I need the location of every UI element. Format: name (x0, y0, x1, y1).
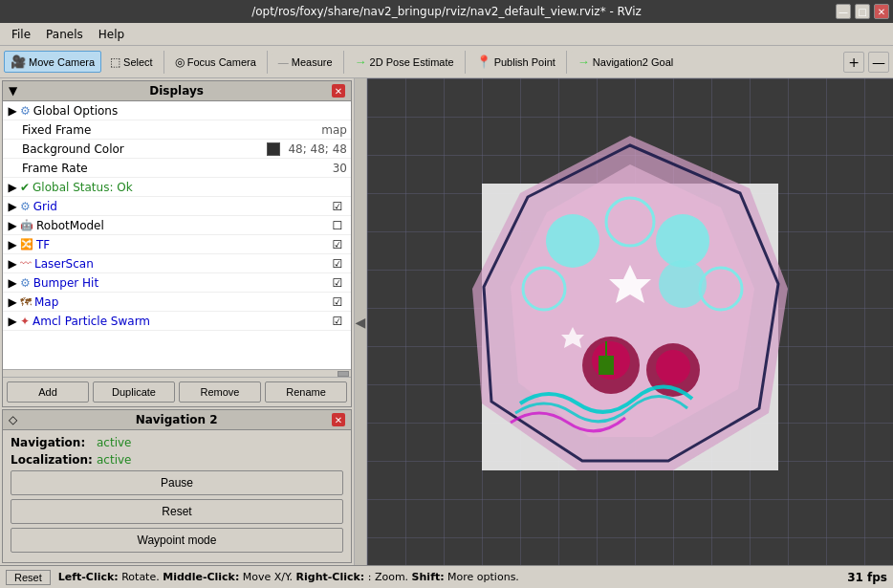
window-controls: — □ ✕ (836, 4, 889, 19)
move-camera-button[interactable]: 🎥 Move Camera (4, 51, 101, 73)
grid-row[interactable]: ▶ ⚙ Grid ☑ (3, 197, 351, 216)
fixed-frame-label: Fixed Frame (22, 123, 317, 137)
panel-expand-icon: ▼ (9, 84, 17, 98)
menu-file[interactable]: File (4, 26, 38, 43)
tf-expand[interactable]: ▶ (7, 238, 18, 251)
global-status-expand[interactable]: ▶ (7, 181, 18, 194)
status-left-click: Left-Click: Rotate. Middle-Click: Move X… (58, 571, 519, 583)
select-icon: ⬚ (110, 55, 120, 69)
pose-estimate-button[interactable]: → 2D Pose Estimate (348, 51, 461, 73)
bumper-hit-row[interactable]: ▶ ⚙ Bumper Hit ☑ (3, 273, 351, 293)
grid-checkbox[interactable]: ☑ (328, 200, 347, 213)
pause-button[interactable]: Pause (11, 470, 343, 495)
map-expand[interactable]: ▶ (7, 295, 18, 309)
global-status-icon: ✔ (20, 181, 30, 194)
background-color-row[interactable]: Background Color 48; 48; 48 (3, 140, 351, 159)
robot-model-icon: 🤖 (20, 219, 33, 231)
left-click-label: Left-Click: (58, 571, 119, 583)
toolbar-sep-1 (163, 51, 164, 74)
displays-panel-buttons: Add Duplicate Remove Rename (3, 377, 351, 406)
middle-click-label: Middle-Click: (163, 571, 239, 583)
amcl-expand[interactable]: ▶ (7, 315, 18, 328)
menu-panels[interactable]: Panels (38, 26, 91, 43)
close-button[interactable]: ✕ (874, 4, 889, 19)
amcl-row[interactable]: ▶ ✦ Amcl Particle Swarm ☑ (3, 312, 351, 331)
select-button[interactable]: ⬚ Select (103, 52, 160, 73)
displays-close-button[interactable]: ✕ (332, 84, 345, 98)
reset-nav-button[interactable]: Reset (11, 499, 343, 524)
global-status-row[interactable]: ▶ ✔ Global Status: Ok (3, 178, 351, 197)
robot-model-label: RobotModel (36, 219, 328, 232)
measure-label: Measure (292, 56, 333, 68)
select-label: Select (123, 56, 153, 68)
amcl-checkbox[interactable]: ☑ (328, 315, 347, 328)
add-button[interactable]: Add (7, 381, 89, 403)
global-options-expand[interactable]: ▶ (7, 104, 18, 118)
bumper-hit-checkbox[interactable]: ☑ (328, 276, 347, 290)
bumper-hit-expand[interactable]: ▶ (7, 276, 18, 290)
remove-button[interactable]: Remove (179, 381, 261, 403)
nav2-goal-label: Navigation2 Goal (593, 56, 673, 68)
displays-panel: ▼ Displays ✕ ▶ ⚙ Global Options Fixed Fr… (2, 80, 352, 407)
svg-point-4 (546, 214, 599, 268)
robot-model-checkbox[interactable]: ☐ (328, 219, 347, 232)
nav2-goal-icon: → (577, 54, 590, 69)
toolbar-sep-5 (566, 51, 567, 74)
navigation-value: active (97, 436, 131, 449)
reset-button[interactable]: Reset (6, 570, 51, 585)
pose-estimate-label: 2D Pose Estimate (370, 56, 454, 68)
publish-point-button[interactable]: 📍 Publish Point (469, 51, 562, 73)
waypoint-mode-button[interactable]: Waypoint mode (11, 528, 343, 553)
focus-camera-label: Focus Camera (187, 56, 256, 68)
collapse-panel-button[interactable]: ◀ (354, 78, 367, 565)
map-checkbox[interactable]: ☑ (328, 295, 347, 309)
laser-scan-checkbox[interactable]: ☑ (328, 257, 347, 271)
map-visualization (425, 117, 836, 528)
tf-row[interactable]: ▶ 🔀 TF ☑ (3, 235, 351, 254)
frame-rate-label: Frame Rate (22, 162, 329, 175)
laser-scan-icon: 〰 (20, 257, 32, 271)
add-display-button[interactable]: + (843, 52, 864, 73)
nav2-goal-button[interactable]: → Navigation2 Goal (571, 51, 680, 73)
right-click-label: Right-Click: (296, 571, 365, 583)
status-more: More options. (447, 571, 519, 583)
background-color-value: 48; 48; 48 (288, 142, 347, 156)
minimize-button[interactable]: — (836, 4, 851, 19)
grid-expand[interactable]: ▶ (7, 200, 18, 213)
tf-checkbox[interactable]: ☑ (328, 238, 347, 251)
robot-model-row[interactable]: ▶ 🤖 RobotModel ☐ (3, 216, 351, 235)
duplicate-button[interactable]: Duplicate (93, 381, 175, 403)
navigation-label: Navigation: (11, 436, 97, 449)
global-status-label: Global Status: Ok (33, 181, 347, 194)
map-label: Map (34, 295, 328, 309)
map-row[interactable]: ▶ 🗺 Map ☑ (3, 293, 351, 312)
nav2-close-button[interactable]: ✕ (332, 413, 345, 426)
robot-model-expand[interactable]: ▶ (7, 219, 18, 232)
status-zoom: : Zoom. (368, 571, 412, 583)
displays-content: ▶ ⚙ Global Options Fixed Frame map Backg… (3, 101, 351, 369)
tf-icon: 🔀 (20, 238, 33, 250)
measure-button[interactable]: — Measure (272, 53, 339, 72)
maximize-button[interactable]: □ (855, 4, 870, 19)
move-camera-icon: 🎥 (11, 54, 26, 69)
bumper-hit-icon: ⚙ (20, 276, 31, 290)
status-move: Move X/Y. (243, 571, 296, 583)
focus-camera-button[interactable]: ◎ Focus Camera (168, 52, 263, 73)
svg-point-6 (656, 214, 709, 268)
frame-rate-row[interactable]: Frame Rate 30 (3, 159, 351, 178)
remove-display-button[interactable]: — (868, 52, 889, 73)
status-rotate: Rotate. (121, 571, 163, 583)
menu-help[interactable]: Help (91, 26, 132, 43)
menubar: File Panels Help (0, 23, 893, 46)
viewport[interactable] (367, 78, 893, 565)
global-options-row[interactable]: ▶ ⚙ Global Options (3, 101, 351, 120)
scrollbar-thumb[interactable] (338, 371, 349, 377)
toolbar-sep-2 (267, 51, 268, 74)
fixed-frame-row[interactable]: Fixed Frame map (3, 120, 351, 140)
rename-button[interactable]: Rename (265, 381, 347, 403)
laser-scan-label: LaserScan (34, 257, 328, 271)
publish-point-icon: 📍 (476, 54, 491, 69)
fixed-frame-value: map (321, 123, 347, 137)
laser-scan-row[interactable]: ▶ 〰 LaserScan ☑ (3, 254, 351, 273)
laser-scan-expand[interactable]: ▶ (7, 257, 18, 271)
